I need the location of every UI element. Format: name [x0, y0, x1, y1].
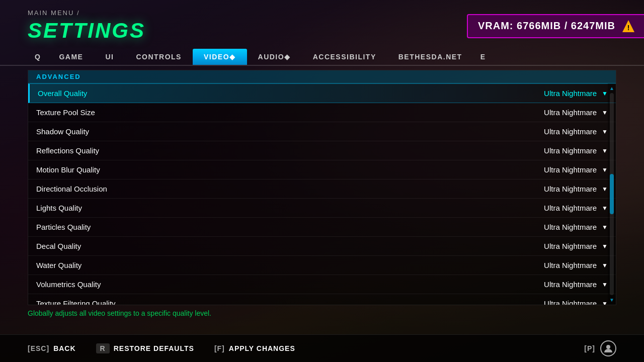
apply-key: [F]	[214, 344, 225, 352]
apply-button[interactable]: [F] APPLY CHANGES	[214, 344, 295, 352]
tab-bethesda[interactable]: BETHESDA.NET	[387, 49, 473, 65]
scrollbar: ▲ ▼	[608, 83, 616, 305]
setting-value-1: Ultra Nightmare ▼	[497, 108, 608, 117]
setting-name-5: Directional Occlusion	[36, 185, 107, 193]
setting-value-text-10: Ultra Nightmare	[544, 280, 597, 289]
setting-value-10: Ultra Nightmare ▼	[497, 280, 608, 289]
profile-icon[interactable]	[600, 340, 616, 356]
nav-tabs: Q GAME UI CONTROLS VIDEO◆ AUDIO◆ ACCESSI…	[0, 49, 644, 66]
setting-value-3: Ultra Nightmare ▼	[497, 146, 608, 155]
setting-value-text-0: Ultra Nightmare	[544, 89, 597, 98]
setting-name-3: Reflections Quality	[36, 146, 99, 155]
section-header: ADVANCED	[28, 70, 616, 83]
setting-value-text-1: Ultra Nightmare	[544, 108, 597, 117]
dropdown-arrow-3: ▼	[602, 147, 608, 154]
back-button[interactable]: [ESC] BACK	[28, 344, 76, 352]
breadcrumb: MAIN MENU /	[28, 9, 145, 17]
back-key: [ESC]	[28, 344, 49, 352]
setting-name-7: Particles Quality	[36, 223, 91, 231]
back-label: BACK	[53, 344, 75, 352]
setting-name-10: Volumetrics Quality	[36, 280, 101, 289]
settings-list: Overall Quality Ultra Nightmare ▼ Textur…	[28, 83, 616, 305]
header-left: MAIN MENU / SETTINGS	[28, 9, 145, 43]
setting-value-text-9: Ultra Nightmare	[544, 261, 597, 269]
tab-audio[interactable]: AUDIO◆	[247, 49, 302, 65]
vram-display: VRAM: 6766MiB / 6247MiB !	[467, 14, 644, 38]
setting-name-0: Overall Quality	[38, 89, 87, 98]
setting-value-11: Ultra Nightmare ▼	[497, 299, 608, 305]
tab-q[interactable]: Q	[28, 49, 48, 65]
svg-text:!: !	[627, 24, 630, 32]
setting-row-shadow[interactable]: Shadow Quality Ultra Nightmare ▼	[28, 122, 616, 141]
scroll-arrow-up[interactable]: ▲	[609, 85, 614, 91]
scroll-thumb[interactable]	[610, 174, 614, 214]
dropdown-arrow-11: ▼	[602, 300, 608, 305]
setting-row-water[interactable]: Water Quality Ultra Nightmare ▼	[28, 256, 616, 275]
setting-value-0: Ultra Nightmare ▼	[497, 89, 608, 98]
setting-name-11: Texture Filtering Quality	[36, 299, 116, 305]
page-title: SETTINGS	[28, 19, 145, 43]
setting-value-9: Ultra Nightmare ▼	[497, 261, 608, 269]
tab-game[interactable]: GAME	[48, 49, 94, 65]
setting-name-6: Lights Quality	[36, 204, 82, 212]
setting-row-lights[interactable]: Lights Quality Ultra Nightmare ▼	[28, 199, 616, 218]
dropdown-arrow-1: ▼	[602, 109, 608, 116]
dropdown-arrow-9: ▼	[602, 262, 608, 269]
setting-name-8: Decal Quality	[36, 242, 81, 250]
footer: [ESC] BACK R RESTORE DEFAULTS [F] APPLY …	[0, 334, 644, 362]
setting-name-2: Shadow Quality	[36, 127, 89, 136]
tab-ui[interactable]: UI	[94, 49, 125, 65]
setting-value-text-11: Ultra Nightmare	[544, 299, 597, 305]
setting-value-4: Ultra Nightmare ▼	[497, 165, 608, 174]
setting-name-4: Motion Blur Quality	[36, 165, 100, 174]
setting-row-decal[interactable]: Decal Quality Ultra Nightmare ▼	[28, 237, 616, 256]
restore-key: R	[96, 343, 110, 353]
setting-row-texture-pool[interactable]: Texture Pool Size Ultra Nightmare ▼	[28, 103, 616, 122]
profile-key: [P]	[584, 344, 595, 352]
settings-panel: ADVANCED Overall Quality Ultra Nightmare…	[28, 70, 616, 305]
header: MAIN MENU / SETTINGS VRAM: 6766MiB / 624…	[0, 0, 644, 47]
vram-text: VRAM: 6766MiB / 6247MiB	[478, 20, 615, 32]
setting-value-text-3: Ultra Nightmare	[544, 146, 597, 155]
setting-row-directional-occlusion[interactable]: Directional Occlusion Ultra Nightmare ▼	[28, 179, 616, 199]
dropdown-arrow-5: ▼	[602, 186, 608, 193]
setting-row-texture-filtering[interactable]: Texture Filtering Quality Ultra Nightmar…	[28, 294, 616, 305]
setting-value-text-4: Ultra Nightmare	[544, 165, 597, 174]
setting-row-reflections[interactable]: Reflections Quality Ultra Nightmare ▼	[28, 141, 616, 160]
tab-video[interactable]: VIDEO◆	[193, 49, 247, 65]
scroll-track	[610, 93, 614, 295]
setting-value-6: Ultra Nightmare ▼	[497, 204, 608, 212]
restore-button[interactable]: R RESTORE DEFAULTS	[96, 343, 194, 353]
dropdown-arrow-8: ▼	[602, 243, 608, 250]
setting-value-2: Ultra Nightmare ▼	[497, 127, 608, 136]
dropdown-arrow-10: ▼	[602, 281, 608, 288]
dropdown-arrow-4: ▼	[602, 166, 608, 173]
setting-name-1: Texture Pool Size	[36, 108, 95, 117]
dropdown-arrow-7: ▼	[602, 224, 608, 231]
setting-value-text-7: Ultra Nightmare	[544, 223, 597, 231]
apply-label: APPLY CHANGES	[229, 344, 295, 352]
setting-row-volumetrics[interactable]: Volumetrics Quality Ultra Nightmare ▼	[28, 275, 616, 294]
scroll-arrow-down[interactable]: ▼	[609, 297, 614, 303]
setting-value-text-6: Ultra Nightmare	[544, 204, 597, 212]
setting-row-overall-quality[interactable]: Overall Quality Ultra Nightmare ▼	[28, 83, 616, 103]
restore-label: RESTORE DEFAULTS	[114, 344, 194, 352]
setting-value-5: Ultra Nightmare ▼	[497, 185, 608, 193]
tab-controls[interactable]: CONTROLS	[125, 49, 193, 65]
setting-value-text-2: Ultra Nightmare	[544, 127, 597, 136]
dropdown-arrow-2: ▼	[602, 128, 608, 135]
setting-value-text-8: Ultra Nightmare	[544, 242, 597, 250]
footer-right: [P]	[584, 340, 616, 356]
warning-icon: !	[621, 19, 635, 33]
tab-accessibility[interactable]: ACCESSIBILITY	[302, 49, 387, 65]
setting-value-text-5: Ultra Nightmare	[544, 185, 597, 193]
setting-row-particles[interactable]: Particles Quality Ultra Nightmare ▼	[28, 218, 616, 237]
tab-e[interactable]: E	[473, 49, 493, 65]
title-row: MAIN MENU / SETTINGS VRAM: 6766MiB / 624…	[28, 9, 616, 43]
svg-point-2	[606, 345, 610, 349]
setting-value-7: Ultra Nightmare ▼	[497, 223, 608, 231]
setting-row-motion-blur[interactable]: Motion Blur Quality Ultra Nightmare ▼	[28, 160, 616, 179]
dropdown-arrow-0: ▼	[602, 90, 608, 97]
setting-name-9: Water Quality	[36, 261, 82, 269]
content-wrapper: MAIN MENU / SETTINGS VRAM: 6766MiB / 624…	[0, 0, 644, 362]
